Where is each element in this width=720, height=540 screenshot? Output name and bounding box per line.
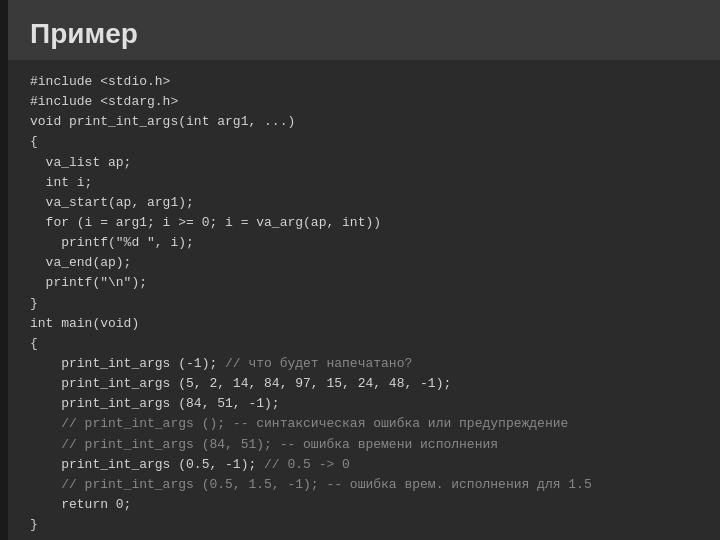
code-line-15: print_int_args (-1); // что будет напеча… [30, 356, 412, 371]
code-line-5: va_list ap; [30, 155, 131, 170]
code-line-13: int main(void) [30, 316, 139, 331]
code-line-9: printf("%d ", i); [30, 235, 194, 250]
code-line-22: return 0; [30, 497, 131, 512]
slide-container: Пример #include <stdio.h> #include <stda… [0, 0, 720, 540]
code-line-23: } [30, 517, 38, 532]
code-line-20: print_int_args (0.5, -1); // 0.5 -> 0 [30, 457, 350, 472]
code-line-12: } [30, 296, 38, 311]
code-line-18: // print_int_args (); -- синтаксическая … [30, 416, 568, 431]
code-line-8: for (i = arg1; i >= 0; i = va_arg(ap, in… [30, 215, 381, 230]
left-bar [0, 0, 8, 540]
code-block: #include <stdio.h> #include <stdarg.h> v… [30, 72, 690, 535]
code-line-7: va_start(ap, arg1); [30, 195, 194, 210]
title-area: Пример [0, 0, 720, 60]
code-line-3: void print_int_args(int arg1, ...) [30, 114, 295, 129]
code-line-6: int i; [30, 175, 92, 190]
code-line-14: { [30, 336, 38, 351]
slide-title: Пример [30, 18, 138, 49]
code-line-16: print_int_args (5, 2, 14, 84, 97, 15, 24… [30, 376, 451, 391]
code-line-4: { [30, 134, 38, 149]
code-line-19: // print_int_args (84, 51); -- ошибка вр… [30, 437, 498, 452]
code-line-1: #include <stdio.h> [30, 74, 170, 89]
code-line-2: #include <stdarg.h> [30, 94, 178, 109]
code-line-10: va_end(ap); [30, 255, 131, 270]
code-line-17: print_int_args (84, 51, -1); [30, 396, 280, 411]
code-line-21: // print_int_args (0.5, 1.5, -1); -- оши… [30, 477, 592, 492]
code-line-11: printf("\n"); [30, 275, 147, 290]
code-area: #include <stdio.h> #include <stdarg.h> v… [0, 60, 720, 540]
